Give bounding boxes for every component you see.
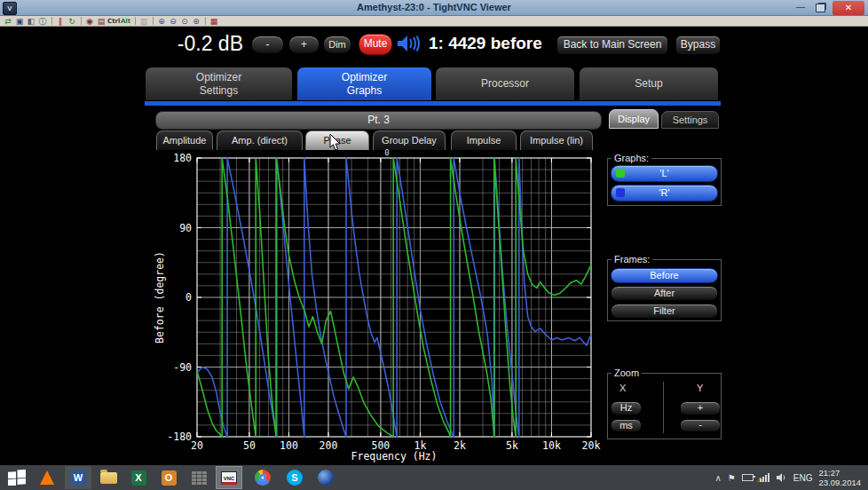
frame-filter-button[interactable]: Filter xyxy=(611,304,718,319)
taskbar: ∧ ⚑ ⚠ ENG 21:27 23.09.2014 WXOVNCS xyxy=(0,465,868,490)
taskbar-bricks-icon[interactable] xyxy=(185,466,212,489)
network-icon[interactable]: ⚠ xyxy=(760,473,770,482)
battery-icon[interactable] xyxy=(742,474,754,481)
r-color-swatch xyxy=(616,188,625,197)
volume-level-label: -0.2 dB xyxy=(158,32,243,56)
x-tick-label: 10k xyxy=(542,439,561,452)
taskbar-outlook-icon[interactable]: O xyxy=(155,466,182,489)
back-to-main-screen-button[interactable]: Back to Main Screen xyxy=(556,36,668,55)
x-tick-label: 5k xyxy=(506,439,518,452)
refresh-icon[interactable]: ↻ xyxy=(67,17,77,26)
speaker-icon xyxy=(397,35,421,52)
frame-before-button[interactable]: Before xyxy=(611,268,718,283)
screen: V Amethyst-23:0 - TightVNC Viewer — ✕ ⇄▣… xyxy=(0,0,868,490)
titlebar: V Amethyst-23:0 - TightVNC Viewer — ✕ xyxy=(0,0,868,16)
zoom-auto-icon[interactable]: ⊛ xyxy=(191,17,201,26)
taskbar-skype-icon[interactable]: S xyxy=(281,466,308,489)
mouse-cursor xyxy=(329,134,342,152)
zoom-y-label: Y xyxy=(697,383,703,393)
remote-screen: -0.2 dB - + Dim Mute 1: 4429 before Back… xyxy=(0,27,868,465)
network-warning-icon: ⚠ xyxy=(757,477,763,484)
start-button[interactable] xyxy=(4,466,30,489)
ctrl-alt-del-icon[interactable]: ◉ xyxy=(84,17,95,26)
clock[interactable]: 21:27 23.09.2014 xyxy=(818,468,861,487)
tab-display[interactable]: Display xyxy=(609,109,659,129)
tray-chevron-icon[interactable]: ∧ xyxy=(714,473,721,483)
zoom-out-icon[interactable]: ⊖ xyxy=(168,17,178,26)
volume-plus-button[interactable]: + xyxy=(288,36,320,54)
dim-button[interactable]: Dim xyxy=(323,36,351,54)
bypass-button[interactable]: Bypass xyxy=(675,36,721,55)
toolbar-separator xyxy=(135,17,136,25)
y-tick-label: 0 xyxy=(185,291,192,304)
save-session-icon[interactable]: ▣ xyxy=(14,17,25,26)
zoom-100-icon[interactable]: ⊙ xyxy=(179,17,190,26)
graph-tab-amp-direct-[interactable]: Amp. (direct) xyxy=(217,130,303,150)
language-indicator[interactable]: ENG xyxy=(793,473,813,483)
toolbar-separator xyxy=(205,17,206,25)
tab-settings[interactable]: Settings xyxy=(661,111,719,129)
graph-l-button[interactable]: 'L' xyxy=(611,165,718,182)
phase-chart: 180900-90-18020501002005001k2k5k10k20kFr… xyxy=(142,149,604,465)
y-tick-label: 90 xyxy=(179,222,192,234)
main-tab-optimizer-settings[interactable]: OptimizerSettings xyxy=(145,67,293,101)
keyboard-icon[interactable]: ▤ xyxy=(96,17,107,26)
toolbar-separator xyxy=(51,17,52,25)
main-tab-optimizer-graphs[interactable]: OptimizerGraphs xyxy=(296,67,432,101)
volume-minus-button[interactable]: - xyxy=(251,36,284,54)
x-tick-label: 50 xyxy=(243,439,256,452)
x-tick-label: 200 xyxy=(320,439,338,452)
restore-button[interactable] xyxy=(816,4,825,12)
action-center-icon[interactable]: ⚑ xyxy=(728,473,736,483)
point-selector[interactable]: Pt. 3 xyxy=(155,111,602,130)
zoom-y-minus-button[interactable]: - xyxy=(680,419,721,432)
mute-button[interactable]: Mute xyxy=(359,34,392,55)
zoom-x-hz-button[interactable]: Hz xyxy=(611,401,642,415)
taskbar-vnc-icon[interactable]: VNC xyxy=(216,466,242,489)
main-tab-processor[interactable]: Processor xyxy=(435,67,575,101)
taskbar-chrome-icon[interactable] xyxy=(249,466,276,489)
connection-options-icon[interactable]: ◧ xyxy=(26,17,36,26)
taskbar-word-icon[interactable]: W xyxy=(65,466,91,489)
l-color-swatch xyxy=(616,169,625,178)
zoom-x-ms-button[interactable]: ms xyxy=(611,419,642,432)
taskbar-excel-icon[interactable]: X xyxy=(125,466,152,489)
y-axis-title: Before (degree) xyxy=(154,251,166,344)
taskbar-vlc-icon[interactable] xyxy=(34,466,60,489)
x-tick-label: 100 xyxy=(280,439,298,452)
vnc-toolbar: ⇄▣◧ⓘ‖↻◉▤CtrlAlt▥⊕⊖⊙⊛▦ xyxy=(0,16,868,27)
frames-group-label: Frames: xyxy=(612,254,652,265)
x-tick-label: 20k xyxy=(582,439,601,452)
frame-after-button[interactable]: After xyxy=(611,286,718,301)
fullscreen-icon[interactable]: ▦ xyxy=(209,17,219,26)
ctrl-key-label[interactable]: Ctrl xyxy=(107,17,119,26)
alt-key-label[interactable]: Alt xyxy=(120,17,131,26)
taskbar-explorer-icon[interactable] xyxy=(95,466,122,489)
graph-tab-group-delay[interactable]: Group Delay xyxy=(373,130,446,150)
zoom-y-plus-button[interactable]: + xyxy=(680,401,721,415)
x-axis-title: Frequency (Hz) xyxy=(351,450,438,462)
y-tick-label: -90 xyxy=(173,361,192,374)
file-transfer-icon[interactable]: ▥ xyxy=(138,17,149,26)
x-tick-label: 2k xyxy=(454,439,466,452)
pause-icon[interactable]: ‖ xyxy=(55,17,66,26)
y-tick-label: 180 xyxy=(173,152,192,164)
zoom-in-icon[interactable]: ⊕ xyxy=(156,17,167,26)
zoom-x-label: X xyxy=(619,383,626,393)
graphs-group-label: Graphs: xyxy=(612,153,651,163)
taskbar-player-icon[interactable] xyxy=(312,466,339,489)
new-connection-icon[interactable]: ⇄ xyxy=(3,17,13,26)
toolbar-separator xyxy=(153,17,154,25)
main-tab-setup[interactable]: Setup xyxy=(579,67,719,101)
tray-volume-icon[interactable] xyxy=(777,473,787,482)
x-tick-label: 20 xyxy=(191,439,203,452)
preset-status-label: 1: 4429 before xyxy=(429,34,553,53)
graph-tab-amplitude[interactable]: Amplitude xyxy=(156,130,213,150)
graph-r-button[interactable]: 'R' xyxy=(611,185,718,202)
close-button[interactable]: ✕ xyxy=(832,1,864,15)
graph-tab-impulse-lin-[interactable]: Impulse (lin) xyxy=(520,130,593,150)
minimize-button[interactable]: — xyxy=(793,1,809,14)
connection-info-icon[interactable]: ⓘ xyxy=(37,17,48,26)
system-tray: ∧ ⚑ ⚠ ENG 21:27 23.09.2014 xyxy=(714,465,861,490)
graph-tab-impulse[interactable]: Impulse xyxy=(451,130,517,150)
